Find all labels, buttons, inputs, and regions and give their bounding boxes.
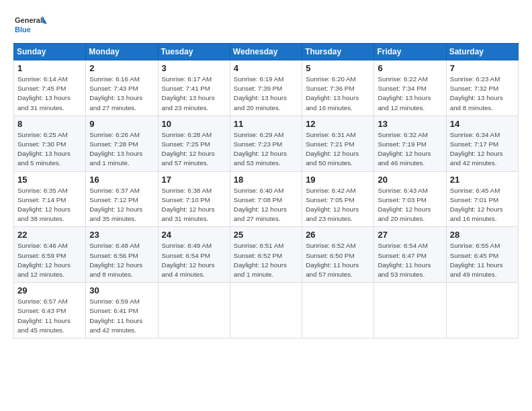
calendar-header-thursday: Thursday bbox=[302, 44, 374, 60]
calendar-cell: 19Sunrise: 6:42 AM Sunset: 7:05 PM Dayli… bbox=[302, 171, 374, 227]
calendar-table: SundayMondayTuesdayWednesdayThursdayFrid… bbox=[13, 43, 519, 338]
calendar-cell: 18Sunrise: 6:40 AM Sunset: 7:08 PM Dayli… bbox=[230, 171, 302, 227]
logo: General Blue bbox=[13, 12, 47, 39]
day-info: Sunrise: 6:32 AM Sunset: 7:19 PM Dayligh… bbox=[378, 130, 442, 169]
day-info: Sunrise: 6:42 AM Sunset: 7:05 PM Dayligh… bbox=[306, 186, 370, 224]
calendar-cell: 11Sunrise: 6:29 AM Sunset: 7:23 PM Dayli… bbox=[230, 116, 302, 171]
day-info: Sunrise: 6:45 AM Sunset: 7:01 PM Dayligh… bbox=[450, 186, 515, 224]
calendar-week-5: 29Sunrise: 6:57 AM Sunset: 6:43 PM Dayli… bbox=[14, 283, 519, 338]
calendar-cell: 27Sunrise: 6:54 AM Sunset: 6:47 PM Dayli… bbox=[374, 227, 446, 283]
day-number: 11 bbox=[234, 119, 298, 129]
day-info: Sunrise: 6:51 AM Sunset: 6:52 PM Dayligh… bbox=[234, 241, 298, 279]
day-info: Sunrise: 6:29 AM Sunset: 7:23 PM Dayligh… bbox=[234, 130, 298, 169]
day-info: Sunrise: 6:38 AM Sunset: 7:10 PM Dayligh… bbox=[162, 186, 226, 224]
day-number: 8 bbox=[17, 119, 82, 129]
day-number: 3 bbox=[162, 63, 226, 73]
calendar-cell: 24Sunrise: 6:49 AM Sunset: 6:54 PM Dayli… bbox=[158, 227, 230, 283]
day-number: 17 bbox=[162, 175, 226, 185]
svg-text:General: General bbox=[15, 16, 42, 24]
calendar-cell: 25Sunrise: 6:51 AM Sunset: 6:52 PM Dayli… bbox=[230, 227, 302, 283]
calendar-cell: 29Sunrise: 6:57 AM Sunset: 6:43 PM Dayli… bbox=[14, 283, 86, 338]
day-info: Sunrise: 6:35 AM Sunset: 7:14 PM Dayligh… bbox=[17, 186, 82, 224]
day-info: Sunrise: 6:52 AM Sunset: 6:50 PM Dayligh… bbox=[306, 241, 370, 279]
calendar-cell: 13Sunrise: 6:32 AM Sunset: 7:19 PM Dayli… bbox=[374, 116, 446, 171]
day-info: Sunrise: 6:46 AM Sunset: 6:59 PM Dayligh… bbox=[17, 241, 82, 279]
day-info: Sunrise: 6:26 AM Sunset: 7:28 PM Dayligh… bbox=[89, 130, 154, 169]
calendar-header-monday: Monday bbox=[86, 44, 158, 60]
day-number: 12 bbox=[306, 119, 370, 129]
calendar-cell bbox=[446, 283, 518, 338]
day-number: 13 bbox=[378, 119, 442, 129]
calendar-cell: 1Sunrise: 6:14 AM Sunset: 7:45 PM Daylig… bbox=[14, 60, 86, 116]
day-number: 22 bbox=[17, 230, 82, 240]
calendar-week-4: 22Sunrise: 6:46 AM Sunset: 6:59 PM Dayli… bbox=[14, 227, 519, 283]
day-info: Sunrise: 6:43 AM Sunset: 7:03 PM Dayligh… bbox=[378, 186, 442, 224]
calendar-cell: 17Sunrise: 6:38 AM Sunset: 7:10 PM Dayli… bbox=[158, 171, 230, 227]
day-number: 19 bbox=[306, 175, 370, 185]
calendar-cell: 7Sunrise: 6:23 AM Sunset: 7:32 PM Daylig… bbox=[446, 60, 518, 116]
calendar-cell bbox=[230, 283, 302, 338]
day-number: 15 bbox=[17, 175, 82, 185]
day-info: Sunrise: 6:22 AM Sunset: 7:34 PM Dayligh… bbox=[378, 75, 442, 113]
day-info: Sunrise: 6:25 AM Sunset: 7:30 PM Dayligh… bbox=[17, 130, 82, 169]
day-info: Sunrise: 6:57 AM Sunset: 6:43 PM Dayligh… bbox=[17, 297, 82, 335]
calendar-cell: 3Sunrise: 6:17 AM Sunset: 7:41 PM Daylig… bbox=[158, 60, 230, 116]
day-info: Sunrise: 6:55 AM Sunset: 6:45 PM Dayligh… bbox=[450, 241, 515, 279]
day-number: 6 bbox=[378, 63, 442, 73]
day-number: 30 bbox=[89, 285, 154, 295]
svg-text:Blue: Blue bbox=[15, 26, 31, 34]
calendar-cell: 20Sunrise: 6:43 AM Sunset: 7:03 PM Dayli… bbox=[374, 171, 446, 227]
day-number: 7 bbox=[450, 63, 515, 73]
calendar-week-3: 15Sunrise: 6:35 AM Sunset: 7:14 PM Dayli… bbox=[14, 171, 519, 227]
day-info: Sunrise: 6:48 AM Sunset: 6:56 PM Dayligh… bbox=[89, 241, 154, 279]
calendar-cell: 8Sunrise: 6:25 AM Sunset: 7:30 PM Daylig… bbox=[14, 116, 86, 171]
calendar-cell: 28Sunrise: 6:55 AM Sunset: 6:45 PM Dayli… bbox=[446, 227, 518, 283]
day-info: Sunrise: 6:54 AM Sunset: 6:47 PM Dayligh… bbox=[378, 241, 442, 279]
day-number: 25 bbox=[234, 230, 298, 240]
day-info: Sunrise: 6:31 AM Sunset: 7:21 PM Dayligh… bbox=[306, 130, 370, 169]
page: General Blue SundayMondayTuesdayWednesda… bbox=[0, 0, 532, 345]
calendar-header-friday: Friday bbox=[374, 44, 446, 60]
day-number: 5 bbox=[306, 63, 370, 73]
day-info: Sunrise: 6:59 AM Sunset: 6:41 PM Dayligh… bbox=[89, 297, 154, 335]
calendar-week-2: 8Sunrise: 6:25 AM Sunset: 7:30 PM Daylig… bbox=[14, 116, 519, 171]
day-info: Sunrise: 6:14 AM Sunset: 7:45 PM Dayligh… bbox=[17, 75, 82, 113]
calendar-cell: 10Sunrise: 6:28 AM Sunset: 7:25 PM Dayli… bbox=[158, 116, 230, 171]
calendar-cell: 12Sunrise: 6:31 AM Sunset: 7:21 PM Dayli… bbox=[302, 116, 374, 171]
day-number: 14 bbox=[450, 119, 515, 129]
day-info: Sunrise: 6:28 AM Sunset: 7:25 PM Dayligh… bbox=[162, 130, 226, 169]
day-number: 29 bbox=[17, 285, 82, 295]
day-number: 28 bbox=[450, 230, 515, 240]
day-number: 9 bbox=[89, 119, 154, 129]
calendar-cell bbox=[302, 283, 374, 338]
calendar-header-row: SundayMondayTuesdayWednesdayThursdayFrid… bbox=[14, 44, 519, 60]
day-number: 16 bbox=[89, 175, 154, 185]
day-number: 4 bbox=[234, 63, 298, 73]
calendar-cell: 2Sunrise: 6:16 AM Sunset: 7:43 PM Daylig… bbox=[86, 60, 158, 116]
calendar-cell: 4Sunrise: 6:19 AM Sunset: 7:39 PM Daylig… bbox=[230, 60, 302, 116]
day-info: Sunrise: 6:19 AM Sunset: 7:39 PM Dayligh… bbox=[234, 75, 298, 113]
day-info: Sunrise: 6:17 AM Sunset: 7:41 PM Dayligh… bbox=[162, 75, 226, 113]
day-number: 20 bbox=[378, 175, 442, 185]
day-number: 1 bbox=[17, 63, 82, 73]
calendar-cell: 5Sunrise: 6:20 AM Sunset: 7:36 PM Daylig… bbox=[302, 60, 374, 116]
day-number: 21 bbox=[450, 175, 515, 185]
day-number: 18 bbox=[234, 175, 298, 185]
calendar-cell: 23Sunrise: 6:48 AM Sunset: 6:56 PM Dayli… bbox=[86, 227, 158, 283]
calendar-cell: 9Sunrise: 6:26 AM Sunset: 7:28 PM Daylig… bbox=[86, 116, 158, 171]
day-number: 23 bbox=[89, 230, 154, 240]
day-info: Sunrise: 6:23 AM Sunset: 7:32 PM Dayligh… bbox=[450, 75, 515, 113]
calendar-header-sunday: Sunday bbox=[14, 44, 86, 60]
calendar-header-saturday: Saturday bbox=[446, 44, 518, 60]
day-info: Sunrise: 6:34 AM Sunset: 7:17 PM Dayligh… bbox=[450, 130, 515, 169]
day-number: 24 bbox=[162, 230, 226, 240]
calendar-cell: 6Sunrise: 6:22 AM Sunset: 7:34 PM Daylig… bbox=[374, 60, 446, 116]
calendar-week-1: 1Sunrise: 6:14 AM Sunset: 7:45 PM Daylig… bbox=[14, 60, 519, 116]
day-info: Sunrise: 6:16 AM Sunset: 7:43 PM Dayligh… bbox=[89, 75, 154, 113]
day-number: 27 bbox=[378, 230, 442, 240]
day-info: Sunrise: 6:37 AM Sunset: 7:12 PM Dayligh… bbox=[89, 186, 154, 224]
calendar-cell bbox=[374, 283, 446, 338]
calendar-cell: 21Sunrise: 6:45 AM Sunset: 7:01 PM Dayli… bbox=[446, 171, 518, 227]
calendar-cell: 26Sunrise: 6:52 AM Sunset: 6:50 PM Dayli… bbox=[302, 227, 374, 283]
day-info: Sunrise: 6:40 AM Sunset: 7:08 PM Dayligh… bbox=[234, 186, 298, 224]
